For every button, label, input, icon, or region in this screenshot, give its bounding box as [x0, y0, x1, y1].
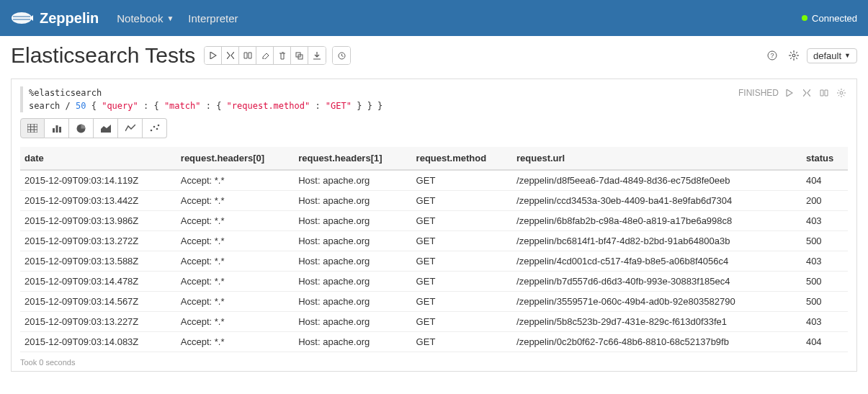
table-cell: GET: [412, 211, 512, 231]
table-cell: Host: apache.org: [294, 292, 411, 312]
table-cell: GET: [412, 312, 512, 332]
nav-status: Connected: [802, 13, 857, 24]
page-title[interactable]: Elasticsearch Tests: [11, 43, 195, 68]
table-icon: [27, 124, 37, 133]
table-cell: /zeppelin/5b8c523b-29d7-431e-829c-f613d0…: [512, 312, 802, 332]
clone-button[interactable]: [291, 47, 308, 64]
svg-rect-8: [27, 124, 37, 133]
bar-chart-icon: [52, 124, 62, 133]
table-cell: Accept: *.*: [176, 231, 294, 251]
viz-table-tab[interactable]: [20, 118, 45, 138]
chevron-down-icon: ▼: [844, 52, 851, 59]
schedule-button[interactable]: [333, 47, 350, 64]
download-icon: [313, 52, 321, 60]
table-cell: GET: [412, 332, 512, 352]
svg-point-16: [157, 125, 159, 127]
run-all-button[interactable]: [205, 47, 222, 64]
nav-interpreter[interactable]: Interpreter: [188, 12, 238, 24]
viz-pie-tab[interactable]: [69, 118, 94, 138]
table-cell: Accept: *.*: [176, 272, 294, 292]
toggle-editor-button[interactable]: [800, 86, 813, 99]
code-text: 50: [76, 101, 86, 111]
table-cell: 500: [802, 272, 848, 292]
table-cell: 2015-12-09T09:03:14.567Z: [20, 292, 176, 312]
table-cell: 2015-12-09T09:03:13.442Z: [20, 191, 176, 211]
nav-interpreter-label: Interpreter: [188, 12, 238, 24]
table-cell: Host: apache.org: [294, 332, 411, 352]
table-cell: GET: [412, 191, 512, 211]
export-button[interactable]: [308, 47, 326, 64]
code-text: "request.method": [227, 101, 310, 111]
eraser-icon: [261, 52, 269, 59]
code-text: :: [310, 101, 326, 111]
table-cell: GET: [412, 292, 512, 312]
table-cell: 404: [802, 170, 848, 191]
table-row: 2015-12-09T09:03:14.478ZAccept: *.*Host:…: [20, 272, 848, 292]
table-cell: /zeppelin/bc6814f1-bf47-4d82-b2bd-91ab64…: [512, 231, 802, 251]
code-text: } } }: [352, 101, 382, 111]
mode-dropdown[interactable]: default ▼: [807, 48, 857, 63]
chevron-down-icon: ▼: [166, 14, 174, 22]
nav-notebook[interactable]: Notebook ▼: [117, 12, 174, 24]
table-header[interactable]: status: [802, 147, 848, 170]
status-label: Connected: [812, 13, 857, 24]
svg-point-15: [156, 128, 158, 130]
table-cell: 403: [802, 251, 848, 272]
table-cell: Host: apache.org: [294, 312, 411, 332]
viz-line-tab[interactable]: [118, 118, 143, 138]
viz-bar-tab[interactable]: [45, 118, 69, 138]
run-paragraph-button[interactable]: [783, 86, 796, 99]
mode-label: default: [813, 50, 841, 61]
svg-point-14: [153, 126, 155, 128]
table-cell: /zeppelin/0c2b0f62-7c66-48b6-8810-68c521…: [512, 332, 802, 352]
svg-rect-10: [55, 125, 58, 133]
table-cell: Accept: *.*: [176, 292, 294, 312]
table-cell: 403: [802, 312, 848, 332]
delete-button[interactable]: [274, 47, 291, 64]
viz-area-tab[interactable]: [94, 118, 118, 138]
svg-point-13: [150, 130, 152, 132]
table-cell: GET: [412, 231, 512, 251]
collapse-icon: [803, 89, 810, 97]
paragraph-controls: FINISHED: [738, 86, 848, 99]
table-cell: /zeppelin/3559571e-060c-49b4-ad0b-92e803…: [512, 292, 802, 312]
help-button[interactable]: ?: [764, 47, 781, 64]
table-header[interactable]: date: [20, 147, 176, 170]
scatter-chart-icon: [150, 124, 160, 133]
table-cell: Accept: *.*: [176, 170, 294, 191]
table-cell: /zeppelin/6b8fab2b-c98a-48e0-a819-a17be6…: [512, 211, 802, 231]
table-cell: /zeppelin/ccd3453a-30eb-4409-ba41-8e9fab…: [512, 191, 802, 211]
table-row: 2015-12-09T09:03:13.272ZAccept: *.*Host:…: [20, 231, 848, 251]
table-row: 2015-12-09T09:03:14.567ZAccept: *.*Host:…: [20, 292, 848, 312]
table-cell: 2015-12-09T09:03:13.227Z: [20, 312, 176, 332]
svg-point-0: [12, 12, 32, 24]
code-text: "match": [164, 101, 201, 111]
table-row: 2015-12-09T09:03:13.588ZAccept: *.*Host:…: [20, 251, 848, 272]
viz-scatter-tab[interactable]: [143, 118, 167, 138]
code-editor[interactable]: %elasticsearch search / 50 { "query" : {…: [20, 86, 738, 112]
paragraph-settings-button[interactable]: [835, 86, 848, 99]
table-header[interactable]: request.url: [512, 147, 802, 170]
table-header[interactable]: request.method: [412, 147, 512, 170]
table-cell: Accept: *.*: [176, 332, 294, 352]
table-header[interactable]: request.headers[0]: [176, 147, 294, 170]
table-cell: 500: [802, 292, 848, 312]
table-cell: /zeppelin/d8f5eea6-7dad-4849-8d36-ec75d8…: [512, 170, 802, 191]
table-cell: 2015-12-09T09:03:14.119Z: [20, 170, 176, 191]
toggle-output-button[interactable]: [818, 86, 831, 99]
brand[interactable]: Zeppelin: [11, 9, 99, 27]
table-cell: Accept: *.*: [176, 251, 294, 272]
table-header[interactable]: request.headers[1]: [294, 147, 411, 170]
hide-output-button[interactable]: [239, 47, 256, 64]
table-cell: Host: apache.org: [294, 272, 411, 292]
code-text: search /: [29, 101, 76, 111]
table-cell: 403: [802, 211, 848, 231]
hide-code-button[interactable]: [222, 47, 239, 64]
table-row: 2015-12-09T09:03:13.227ZAccept: *.*Host:…: [20, 312, 848, 332]
clear-output-button[interactable]: [256, 47, 274, 64]
table-row: 2015-12-09T09:03:14.119ZAccept: *.*Host:…: [20, 170, 848, 191]
settings-button[interactable]: [785, 47, 802, 64]
table-cell: 2015-12-09T09:03:13.588Z: [20, 251, 176, 272]
table-cell: Host: apache.org: [294, 170, 411, 191]
table-cell: Accept: *.*: [176, 211, 294, 231]
